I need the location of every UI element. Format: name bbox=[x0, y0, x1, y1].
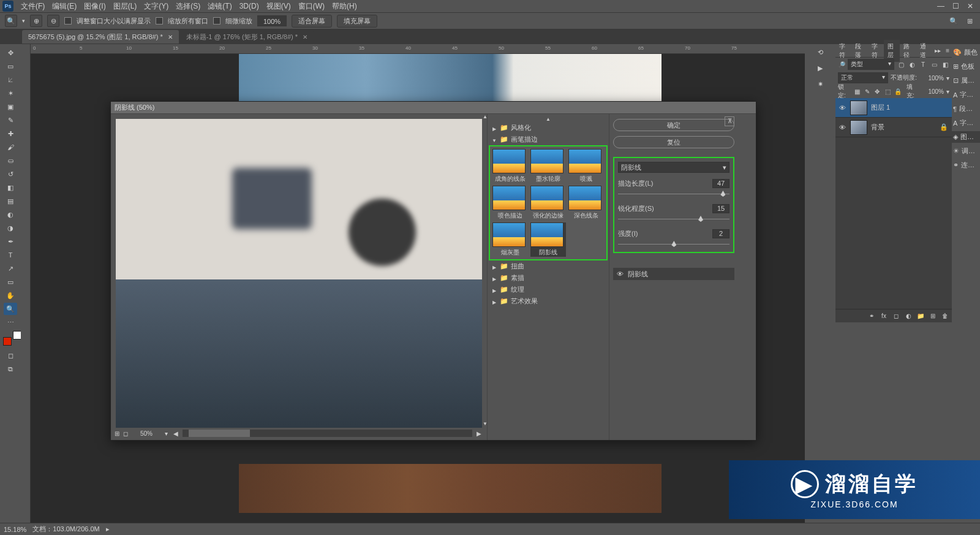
ok-button[interactable]: 确定 bbox=[613, 119, 734, 131]
doc-tab-0[interactable]: 5675675 (5).jpg @ 15.2% (图层 1, RGB/8#) *… bbox=[22, 30, 179, 44]
eraser-tool-icon[interactable]: ◧ bbox=[4, 181, 17, 194]
layer-kind-icon[interactable]: 🔎 bbox=[838, 61, 845, 68]
lock-artb-icon[interactable]: ⬚ bbox=[884, 87, 892, 96]
menu-3d[interactable]: 3D(D) bbox=[236, 1, 263, 12]
param-0-slider[interactable] bbox=[618, 191, 729, 198]
preview-hscroll-left-icon[interactable]: ◀ bbox=[172, 430, 180, 437]
lock-pos-icon[interactable]: ✥ bbox=[873, 87, 881, 96]
reset-button[interactable]: 复位 bbox=[613, 136, 734, 148]
status-zoom[interactable]: 15.18% bbox=[4, 526, 26, 533]
filter-thumb-2[interactable]: 喷溅 bbox=[568, 149, 604, 183]
panel-collapse-icon[interactable]: ▸▸ bbox=[932, 47, 943, 54]
menu-help[interactable]: 帮助(H) bbox=[328, 0, 361, 13]
adjustment-layer-icon[interactable]: ◐ bbox=[904, 312, 913, 321]
preview-vscroll-down-icon[interactable]: ▼ bbox=[482, 421, 488, 427]
crop-tool-icon[interactable]: ▣ bbox=[4, 101, 17, 113]
preview-hscroll-track[interactable] bbox=[183, 430, 472, 437]
layer-1-thumb[interactable] bbox=[850, 120, 867, 135]
preview-hscroll-right-icon[interactable]: ▶ bbox=[475, 430, 483, 437]
param-2-value[interactable]: 2 bbox=[712, 229, 729, 238]
menu-window[interactable]: 窗口(W) bbox=[295, 0, 328, 13]
lock-trans-icon[interactable]: ▦ bbox=[853, 87, 861, 96]
type-tool-icon[interactable]: T bbox=[4, 249, 17, 261]
dock-char[interactable]: A字… bbox=[952, 89, 980, 101]
dodge-tool-icon[interactable]: ◑ bbox=[4, 222, 17, 234]
dialog-titlebar[interactable]: 阴影线 (50%) bbox=[111, 102, 756, 114]
filter-thumb-6[interactable]: 烟灰墨 bbox=[492, 222, 528, 257]
brush-tool-icon[interactable]: 🖌 bbox=[4, 141, 17, 153]
dock-swatch[interactable]: ⊞色板 bbox=[952, 61, 980, 72]
zoom-tool-icon-tb[interactable]: 🔍 bbox=[4, 303, 17, 315]
delete-layer-icon[interactable]: 🗑 bbox=[941, 312, 949, 321]
folder-stylize[interactable]: 📁风格化 bbox=[489, 122, 608, 134]
layer-fx-icon[interactable]: fx bbox=[880, 312, 888, 321]
lasso-tool-icon[interactable]: ⟀ bbox=[4, 74, 17, 86]
resize-window-checkbox[interactable] bbox=[64, 17, 72, 25]
filter-smart-icon[interactable]: ◧ bbox=[941, 60, 949, 69]
param-2-slider[interactable] bbox=[618, 241, 729, 248]
status-arrow-icon[interactable]: ▸ bbox=[106, 525, 110, 533]
heal-tool-icon[interactable]: ✚ bbox=[4, 127, 17, 140]
filter-shape-icon[interactable]: ▭ bbox=[930, 60, 938, 69]
workspace-icon[interactable]: ⊞ bbox=[964, 16, 975, 26]
menu-file[interactable]: 文件(F) bbox=[17, 0, 48, 13]
lock-all-icon[interactable]: 🔒 bbox=[894, 87, 902, 96]
blend-mode-select[interactable]: 正常▾ bbox=[838, 72, 888, 83]
group-icon[interactable]: 📁 bbox=[916, 312, 925, 321]
filter-type-icon[interactable]: T bbox=[919, 60, 927, 69]
layer-row-1[interactable]: 👁 背景 🔒 bbox=[835, 118, 952, 137]
preview-fullscreen-icon[interactable]: ◻ bbox=[123, 430, 128, 437]
hand-tool-icon[interactable]: ✋ bbox=[4, 289, 17, 302]
filter-thumb-3[interactable]: 喷色描边 bbox=[492, 186, 528, 220]
param-0-value[interactable]: 47 bbox=[712, 179, 729, 188]
filter-thumb-7[interactable]: 阴影线 bbox=[530, 222, 566, 257]
menu-image[interactable]: 图像(I) bbox=[80, 0, 109, 13]
dock-link[interactable]: ⚭连… bbox=[952, 159, 980, 171]
scrubby-zoom-checkbox[interactable] bbox=[213, 17, 221, 25]
layer-mask-icon[interactable]: ◻ bbox=[892, 312, 900, 321]
folder-brush-strokes[interactable]: 📁画笔描边 bbox=[489, 134, 608, 145]
link-layers-icon[interactable]: ⚭ bbox=[867, 312, 876, 321]
menu-edit[interactable]: 编辑(E) bbox=[48, 0, 80, 13]
marquee-tool-icon[interactable]: ▭ bbox=[4, 60, 17, 72]
zoom-out-icon[interactable]: ⊖ bbox=[47, 15, 59, 27]
preview-zoom-dropdown-icon[interactable]: ▾ bbox=[165, 430, 168, 437]
menu-select[interactable]: 选择(S) bbox=[172, 0, 204, 13]
menu-view[interactable]: 视图(V) bbox=[263, 0, 295, 13]
win-minimize-icon[interactable]: — bbox=[936, 2, 946, 10]
menu-filter[interactable]: 滤镜(T) bbox=[204, 0, 235, 13]
panel-menu-icon[interactable]: ≡ bbox=[943, 47, 952, 54]
tree-scroll-up-icon[interactable]: ▲ bbox=[489, 116, 608, 122]
dock-layers[interactable]: ◈图… bbox=[952, 131, 980, 143]
effect-visibility-icon[interactable]: 👁 bbox=[616, 270, 624, 278]
preview-vscroll-up-icon[interactable]: ▲ bbox=[482, 114, 488, 120]
opacity-value[interactable]: 100% bbox=[919, 75, 944, 82]
path-tool-icon[interactable]: ↗ bbox=[4, 262, 17, 275]
preview-hscroll-thumb[interactable] bbox=[189, 430, 250, 437]
blur-tool-icon[interactable]: ◐ bbox=[4, 208, 17, 221]
adjust-panel-icon[interactable]: ✷ bbox=[814, 78, 826, 89]
actions-panel-icon[interactable]: ▶ bbox=[814, 63, 826, 74]
filter-pixel-icon[interactable]: ▢ bbox=[897, 60, 905, 69]
new-layer-icon[interactable]: ⊞ bbox=[929, 312, 937, 321]
fill-screen-button[interactable]: 填充屏幕 bbox=[337, 15, 377, 28]
dock-para[interactable]: ¶段… bbox=[952, 103, 980, 115]
win-maximize-icon[interactable]: ☐ bbox=[951, 2, 960, 10]
screenmode-icon[interactable]: ⧉ bbox=[4, 363, 17, 375]
filter-select[interactable]: 阴影线 ▾ bbox=[618, 162, 729, 173]
quickmask-icon[interactable]: ◻ bbox=[4, 349, 17, 362]
filter-adjust-icon[interactable]: ◐ bbox=[908, 60, 916, 69]
zoom-tool-icon[interactable]: 🔍 bbox=[5, 15, 17, 27]
filter-thumb-0[interactable]: 成角的线条 bbox=[492, 149, 528, 183]
doc-tab-1[interactable]: 未标题-1 @ 176% (矩形 1, RGB/8#) * ✕ bbox=[180, 30, 314, 44]
dialog-preview-image[interactable] bbox=[116, 119, 482, 428]
layer-kind-select[interactable]: 类型▾ bbox=[848, 59, 894, 70]
menu-type[interactable]: 文字(Y) bbox=[140, 0, 172, 13]
lock-pixel-icon[interactable]: ✎ bbox=[863, 87, 871, 96]
dock-prop[interactable]: ⊡属… bbox=[952, 75, 980, 86]
doc-tab-1-close-icon[interactable]: ✕ bbox=[303, 34, 307, 40]
eyedropper-tool-icon[interactable]: ✎ bbox=[4, 114, 17, 126]
doc-tab-0-close-icon[interactable]: ✕ bbox=[168, 34, 173, 40]
history-panel-icon[interactable]: ⟲ bbox=[814, 47, 826, 58]
layer-0-thumb[interactable] bbox=[850, 101, 867, 115]
